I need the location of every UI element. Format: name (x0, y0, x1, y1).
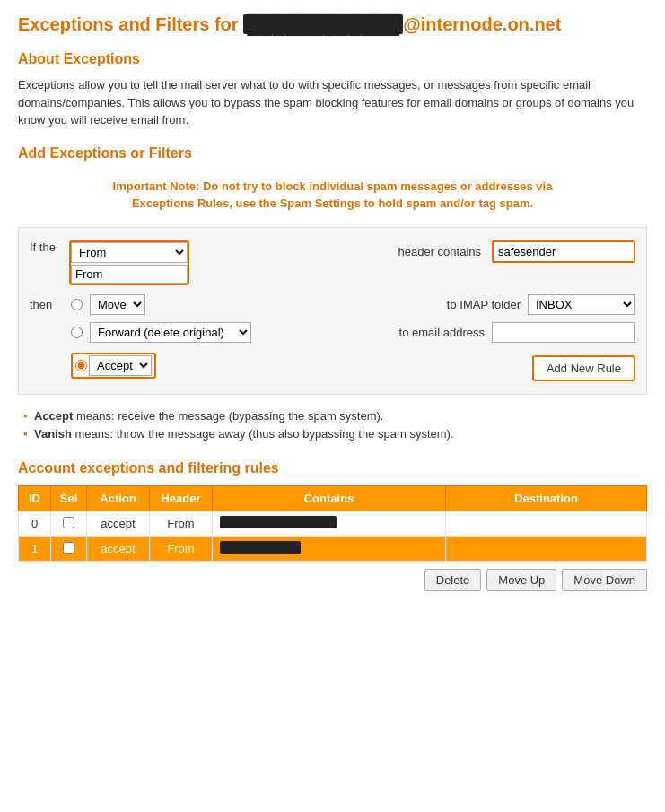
add-new-rule-button[interactable]: Add New Rule (532, 355, 635, 381)
move-down-button[interactable]: Move Down (562, 569, 647, 591)
filter-form: If the From To Subject Any Header header… (18, 227, 647, 395)
col-header: Header (150, 486, 213, 511)
from-select-wrapper: From To Subject Any Header (69, 240, 189, 285)
header-contains-input[interactable] (492, 240, 635, 263)
from-select[interactable]: From To Subject Any Header (71, 242, 188, 263)
col-id: ID (19, 486, 51, 511)
important-note: Important Note: Do not try to block indi… (18, 178, 647, 213)
move-up-button[interactable]: Move Up (486, 569, 556, 591)
if-the-label: If the (30, 240, 64, 254)
cell-contains (213, 537, 446, 562)
cell-action: accept (87, 511, 150, 537)
table-row: 1 accept From (19, 537, 647, 562)
cell-destination (446, 511, 647, 537)
cell-id: 1 (19, 537, 51, 562)
about-heading: About Exceptions (18, 51, 647, 67)
accept-select[interactable]: Accept Vanish (89, 355, 152, 376)
cell-header: From (150, 511, 213, 537)
cell-destination (446, 537, 647, 562)
move-radio[interactable] (71, 299, 83, 310)
to-email-label: to email address (399, 326, 485, 339)
cell-contains (213, 511, 446, 537)
add-heading: Add Exceptions or Filters (18, 145, 647, 162)
contains-bar-0 (220, 516, 337, 528)
accept-wrapper: Accept Vanish (71, 353, 156, 379)
delete-button[interactable]: Delete (424, 569, 482, 591)
to-imap-label: to IMAP folder (447, 298, 521, 311)
col-destination: Destination (446, 486, 647, 511)
col-sel: Sel (51, 486, 87, 511)
col-contains: Contains (213, 486, 446, 511)
from-text-input[interactable] (71, 265, 188, 284)
row-checkbox-1[interactable] (63, 542, 74, 554)
forward-select[interactable]: Forward (delete original) (90, 322, 251, 343)
cell-header: From (150, 537, 213, 562)
vanish-legend: Vanish means: throw the message away (th… (25, 425, 647, 444)
cell-sel[interactable] (51, 511, 87, 537)
forward-radio[interactable] (71, 327, 83, 338)
to-email-input[interactable] (492, 322, 635, 343)
accept-legend: Accept means: receive the message (bypas… (25, 407, 647, 426)
email-redacted: ████████████ (243, 14, 403, 34)
header-contains-label: header contains (398, 245, 481, 258)
cell-action: accept (87, 537, 150, 562)
legend-list: Accept means: receive the message (bypas… (18, 407, 647, 445)
move-select[interactable]: Move (90, 294, 145, 315)
cell-sel[interactable] (51, 537, 87, 562)
imap-folder-select[interactable]: INBOX Sent Drafts Trash (528, 294, 635, 315)
page-title: Exceptions and Filters for ████████████@… (18, 14, 647, 35)
table-row: 0 accept From (19, 511, 647, 537)
table-action-buttons: Delete Move Up Move Down (18, 569, 647, 591)
about-description: Exceptions allow you to tell the mail se… (18, 76, 647, 129)
cell-id: 0 (19, 511, 51, 537)
account-heading: Account exceptions and filtering rules (18, 460, 647, 476)
rules-table: ID Sel Action Header Contains Destinatio… (18, 485, 647, 562)
row-checkbox-0[interactable] (63, 517, 74, 528)
accept-radio[interactable] (75, 360, 87, 371)
then-label: then (30, 298, 64, 311)
col-action: Action (87, 486, 150, 511)
contains-bar-1 (220, 541, 301, 554)
